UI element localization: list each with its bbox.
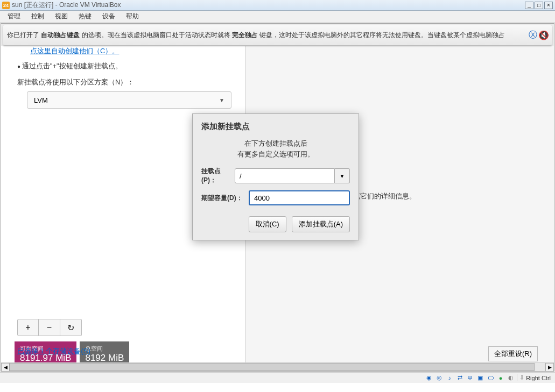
scheme-label: 新挂载点将使用以下分区方案（N）： xyxy=(17,77,237,87)
auto-create-link[interactable]: 点这里自动创建他们（C）。 xyxy=(17,46,237,56)
usb-icon[interactable]: Ψ xyxy=(466,374,474,382)
horizontal-scrollbar[interactable]: ◀ ▶ xyxy=(1,362,554,371)
menubar: 管理 控制 视图 热键 设备 帮助 xyxy=(0,11,555,23)
capacity-label: 期望容量(D)： xyxy=(201,194,249,203)
window-controls: _ □ × xyxy=(524,2,553,9)
audio-icon[interactable]: ♪ xyxy=(445,374,454,382)
network-icon[interactable]: ⇄ xyxy=(455,374,464,382)
reload-button[interactable]: ↻ xyxy=(60,319,82,336)
scroll-track[interactable] xyxy=(10,363,545,371)
menu-view[interactable]: 视图 xyxy=(50,11,73,22)
notification-text: 你已打开了 自动独占键盘 的选项。现在当该虚拟电脑窗口处于活动状态时就将 完全独… xyxy=(7,31,529,40)
display-icon[interactable]: 🖵 xyxy=(486,374,495,382)
menu-hotkeys[interactable]: 热键 xyxy=(73,11,97,22)
shared-folder-icon[interactable]: ▣ xyxy=(476,374,484,382)
menu-control[interactable]: 控制 xyxy=(26,11,50,22)
window-titlebar: 24 sun [正在运行] - Oracle VM VirtualBox _ □… xyxy=(0,0,555,11)
virtualbox-icon: 24 xyxy=(2,2,10,9)
installer-footer: 已选择 1 个存储设备(S) 全部重设(R) xyxy=(1,342,554,361)
keyboard-capture-notification: 你已打开了 自动独占键盘 的选项。现在当该虚拟电脑窗口处于活动状态时就将 完全独… xyxy=(3,25,552,46)
notification-suppress-icon[interactable]: 🔇 xyxy=(539,31,548,40)
key-down-icon: ⇩ xyxy=(519,374,524,381)
hard-disk-icon[interactable]: ◉ xyxy=(425,374,433,382)
scroll-right-button[interactable]: ▶ xyxy=(545,363,554,372)
dialog-title: 添加新挂载点 xyxy=(201,122,350,132)
host-key-label: Right Ctrl xyxy=(526,375,551,381)
capacity-input[interactable] xyxy=(249,190,350,205)
menu-help[interactable]: 帮助 xyxy=(121,11,144,22)
host-key-indicator[interactable]: ⇩ Right Ctrl xyxy=(517,374,553,381)
chevron-down-icon: ▼ xyxy=(219,97,224,103)
scroll-left-button[interactable]: ◀ xyxy=(1,363,10,372)
add-mount-point-dialog: 添加新挂载点 在下方创建挂载点后有更多自定义选项可用。 挂载点(P)： ▼ 期望… xyxy=(192,113,359,240)
selected-devices-link[interactable]: 已选择 1 个存储设备(S) xyxy=(17,346,90,361)
guest-additions-icon[interactable]: ◐ xyxy=(507,374,515,382)
mount-point-input[interactable] xyxy=(235,168,335,183)
add-mount-button[interactable]: + xyxy=(17,319,39,336)
partition-scheme-select[interactable]: LVM ▼ xyxy=(27,91,231,109)
maximize-button[interactable]: □ xyxy=(535,2,543,9)
scroll-thumb[interactable] xyxy=(10,363,535,371)
menu-manage[interactable]: 管理 xyxy=(2,11,26,22)
add-mount-point-button[interactable]: 添加挂载点(A) xyxy=(292,216,350,232)
reset-all-button[interactable]: 全部重设(R) xyxy=(488,346,538,361)
menu-devices[interactable]: 设备 xyxy=(97,11,121,22)
mount-point-label: 挂载点(P)： xyxy=(201,167,235,185)
minimize-button[interactable]: _ xyxy=(525,2,533,9)
vm-statusbar: ◉ ◎ ♪ ⇄ Ψ ▣ 🖵 ● ◐ ⇩ Right Ctrl xyxy=(0,372,555,383)
close-button[interactable]: × xyxy=(544,2,553,9)
optical-disk-icon[interactable]: ◎ xyxy=(435,374,444,382)
recording-icon[interactable]: ● xyxy=(496,374,505,382)
mount-point-buttons: + − ↻ xyxy=(17,319,237,336)
guest-display: 你已打开了 自动独占键盘 的选项。现在当该虚拟电脑窗口处于活动状态时就将 完全独… xyxy=(1,23,554,372)
window-title: sun [正在运行] - Oracle VM VirtualBox xyxy=(12,1,524,10)
dialog-description: 在下方创建挂载点后有更多自定义选项可用。 xyxy=(201,138,350,159)
remove-mount-button[interactable]: − xyxy=(39,319,60,336)
cancel-button[interactable]: 取消(C) xyxy=(249,216,286,232)
scheme-value: LVM xyxy=(34,96,48,104)
create-mount-hint: 通过点击"+"按钮创建新挂载点。 xyxy=(17,61,237,71)
mount-point-dropdown-button[interactable]: ▼ xyxy=(335,168,350,183)
notification-dismiss-icon[interactable]: ⓧ xyxy=(529,31,537,40)
